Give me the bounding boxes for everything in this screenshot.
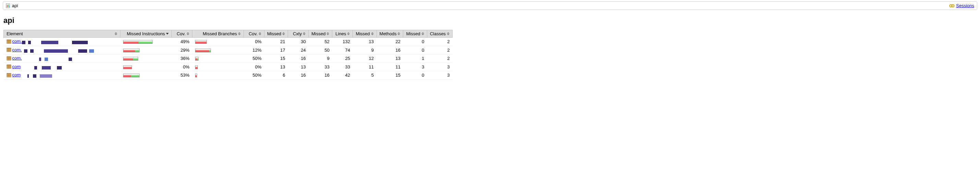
cell-missed-methods: 12 <box>353 54 377 63</box>
cell-branch-bar <box>192 71 244 80</box>
svg-rect-25 <box>7 73 11 74</box>
breadcrumb-title: api <box>12 3 18 8</box>
cell-classes: 2 <box>427 46 452 54</box>
page-title: api <box>3 16 977 25</box>
cell-methods: 16 <box>377 46 403 54</box>
cell-missed-classes: 1 <box>403 54 427 63</box>
cell-cxty: 24 <box>288 46 309 54</box>
package-icon <box>6 47 11 52</box>
breadcrumb-right: Sessions <box>949 3 974 8</box>
header-element[interactable]: Element <box>4 30 120 38</box>
svg-rect-3 <box>9 5 10 7</box>
cell-instr-cov: 29% <box>172 46 192 54</box>
package-link[interactable]: com. <box>6 47 22 52</box>
sessions-link[interactable]: Sessions <box>956 3 974 8</box>
redacted-text <box>22 48 94 53</box>
header-methods[interactable]: Methods <box>377 30 403 38</box>
report-icon <box>6 3 11 8</box>
table-row: com0%0%13133333111133 <box>4 63 453 71</box>
package-link[interactable]: com <box>6 72 21 78</box>
cell-missed-cxty: 17 <box>264 46 288 54</box>
cell-cxty: 13 <box>288 63 309 71</box>
package-link[interactable]: com <box>6 64 21 69</box>
cell-instr-cov: 49% <box>172 38 192 46</box>
sort-icon <box>282 32 285 35</box>
cell-branch-cov: 0% <box>244 38 264 46</box>
sort-icon <box>186 32 189 35</box>
sort-icon <box>326 32 329 35</box>
header-missed-instructions[interactable]: Missed Instructions <box>120 30 172 38</box>
header-lines[interactable]: Lines <box>332 30 353 38</box>
cell-branch-bar <box>192 63 244 71</box>
header-cxty[interactable]: Cxty <box>288 30 309 38</box>
cell-missed-lines: 9 <box>309 54 332 63</box>
cell-branch-bar <box>192 46 244 54</box>
sessions-icon <box>949 4 955 8</box>
cell-branch-cov: 50% <box>244 54 264 63</box>
cell-instr-cov: 53% <box>172 71 192 80</box>
cell-classes: 3 <box>427 71 452 80</box>
header-cov-branches[interactable]: Cov. <box>244 30 264 38</box>
header-cov-instructions[interactable]: Cov. <box>172 30 192 38</box>
cell-branch-bar <box>192 54 244 63</box>
redacted-text <box>22 57 72 62</box>
cell-missed-methods: 13 <box>353 38 377 46</box>
cell-classes: 2 <box>427 54 452 63</box>
redacted-text <box>22 40 91 45</box>
cell-missed-cxty: 6 <box>264 71 288 80</box>
sort-down-icon <box>166 33 169 35</box>
cell-instr-cov: 36% <box>172 54 192 63</box>
cell-classes: 2 <box>427 38 452 46</box>
cell-missed-methods: 5 <box>353 71 377 80</box>
cell-methods: 15 <box>377 71 403 80</box>
cell-instr-cov: 0% <box>172 63 192 71</box>
cell-methods: 13 <box>377 54 403 63</box>
cell-instr-bar <box>120 38 172 46</box>
cell-missed-lines: 52 <box>309 38 332 46</box>
sort-icon <box>115 32 117 35</box>
cell-cxty: 16 <box>288 71 309 80</box>
sort-icon <box>238 32 241 35</box>
package-label: com. <box>12 39 22 44</box>
package-label: com <box>12 72 21 78</box>
sort-icon <box>398 32 400 35</box>
cell-branch-cov: 0% <box>244 63 264 71</box>
cell-missed-lines: 50 <box>309 46 332 54</box>
sort-icon <box>371 32 374 35</box>
cell-branch-cov: 50% <box>244 71 264 80</box>
package-link[interactable]: com. <box>6 39 22 44</box>
header-missed-classes[interactable]: Missed <box>403 30 427 38</box>
breadcrumb-bar: api Sessions <box>3 2 977 10</box>
header-missed-lines[interactable]: Missed <box>309 30 332 38</box>
cell-missed-classes: 0 <box>403 46 427 54</box>
package-label: com <box>12 64 21 69</box>
cell-missed-cxty: 21 <box>264 38 288 46</box>
header-missed-cxty[interactable]: Missed <box>264 30 288 38</box>
cell-element: com. <box>4 46 120 54</box>
svg-rect-17 <box>7 57 11 57</box>
cell-element: com <box>4 63 120 71</box>
cell-element: com. <box>4 38 120 46</box>
header-classes[interactable]: Classes <box>427 30 452 38</box>
svg-rect-2 <box>8 5 9 7</box>
table-row: com53%50%616164251503 <box>4 71 453 80</box>
cell-missed-methods: 9 <box>353 46 377 54</box>
header-missed-methods[interactable]: Missed <box>353 30 377 38</box>
cell-methods: 22 <box>377 38 403 46</box>
header-missed-branches[interactable]: Missed Branches <box>192 30 244 38</box>
cell-missed-lines: 16 <box>309 71 332 80</box>
svg-rect-9 <box>7 40 11 40</box>
cell-missed-methods: 11 <box>353 63 377 71</box>
sort-icon <box>422 32 424 35</box>
cell-lines: 132 <box>332 38 353 46</box>
cell-cxty: 16 <box>288 54 309 63</box>
table-row: com.29%12%1724507491602 <box>4 46 453 54</box>
package-label: com. <box>12 47 22 52</box>
svg-rect-13 <box>7 48 11 49</box>
package-link[interactable]: com. <box>6 55 22 60</box>
cell-lines: 25 <box>332 54 353 63</box>
table-header-row: Element Missed Instructions Cov. Missed … <box>4 30 453 38</box>
cell-lines: 74 <box>332 46 353 54</box>
coverage-table: Element Missed Instructions Cov. Missed … <box>3 30 453 80</box>
package-icon <box>6 73 11 78</box>
